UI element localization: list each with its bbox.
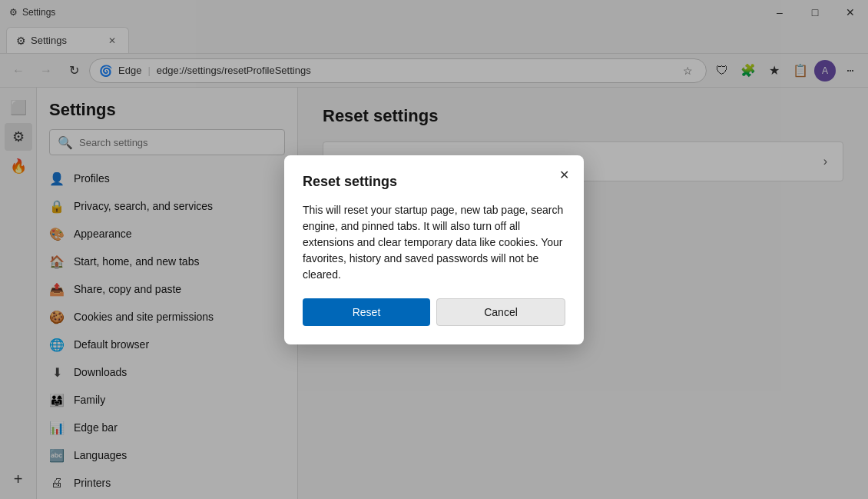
reset-dialog: ✕ Reset settings This will reset your st… bbox=[298, 155, 584, 344]
main-content: Reset settings Restore settings to their… bbox=[298, 88, 868, 499]
dialog-close-button[interactable]: ✕ bbox=[553, 165, 575, 186]
dialog-title: Reset settings bbox=[303, 174, 565, 190]
cancel-button[interactable]: Cancel bbox=[436, 298, 565, 326]
reset-confirm-button[interactable]: Reset bbox=[303, 298, 430, 326]
main-layout: ⬜ ⚙ 🔥 + Settings 🔍 👤 Profiles 🔒 Privacy,… bbox=[0, 88, 868, 499]
dialog-overlay: ✕ Reset settings This will reset your st… bbox=[298, 88, 868, 499]
dialog-body: This will reset your startup page, new t… bbox=[303, 202, 565, 283]
dialog-actions: Reset Cancel bbox=[303, 298, 565, 326]
